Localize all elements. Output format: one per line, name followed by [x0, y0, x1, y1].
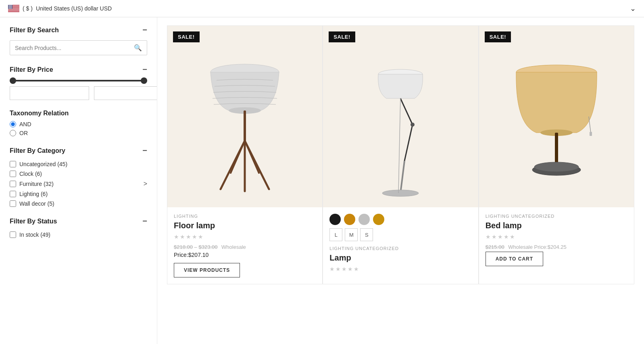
filter-by-search-label: Filter By Search [10, 27, 59, 34]
color-swatch-black[interactable] [329, 214, 341, 225]
size-swatch-l[interactable]: L [329, 228, 342, 241]
category-wall-decor-checkbox[interactable] [10, 200, 16, 207]
collapse-price-icon[interactable]: − [142, 65, 147, 74]
filter-by-category-label: Filter By Category [10, 147, 65, 154]
taxonomy-and-option[interactable]: AND [10, 121, 147, 127]
price-slider-left-thumb[interactable] [10, 77, 16, 84]
svg-point-19 [9, 6, 9, 6]
category-clock-checkbox[interactable] [10, 171, 16, 177]
price-filter-section: Filter By Price − 0 684 [10, 65, 147, 100]
search-input[interactable] [15, 45, 134, 51]
taxonomy-or-option[interactable]: OR [10, 130, 147, 136]
collapse-search-icon[interactable]: − [142, 25, 147, 35]
color-swatch-gold[interactable] [344, 214, 355, 225]
collapse-category-icon[interactable]: − [142, 146, 147, 155]
svg-point-35 [11, 7, 11, 8]
status-in-stock-label: In stock (49) [19, 231, 50, 238]
collapse-status-icon[interactable]: − [142, 217, 147, 226]
price-min-input[interactable]: 0 [10, 86, 89, 100]
category-lighting-checkbox[interactable] [10, 191, 16, 197]
category-lighting[interactable]: Lighting (6) [10, 191, 48, 197]
list-item: Uncategorized (45) [10, 161, 147, 167]
star-icon: ★ [198, 234, 203, 240]
chevron-right-icon[interactable]: > [144, 180, 147, 188]
list-item: Lighting (6) [10, 191, 147, 197]
color-swatch-silver[interactable] [358, 214, 370, 225]
star-icon: ★ [192, 234, 197, 240]
price-slider-right-thumb[interactable] [141, 77, 147, 84]
svg-point-28 [9, 7, 9, 7]
price-max-input[interactable]: 684 [94, 86, 157, 100]
sidebar: Filter By Search − 🔍 Filter By Price − [0, 17, 157, 344]
filter-by-category-header: Filter By Category − [10, 146, 147, 155]
svg-point-24 [9, 6, 10, 6]
price-slider-wrapper [10, 80, 147, 81]
product-card-lamp: SALE! [323, 25, 478, 284]
search-icon[interactable]: 🔍 [134, 44, 142, 52]
color-swatches [329, 214, 471, 225]
star-icon: ★ [354, 266, 359, 272]
category-furniture-checkbox[interactable] [10, 181, 16, 187]
list-item: Wall decor (5) [10, 200, 147, 207]
taxonomy-and-label: AND [19, 121, 31, 127]
taxonomy-radio-group: AND OR [10, 121, 147, 136]
size-swatch-s[interactable]: S [360, 228, 373, 241]
svg-point-30 [10, 7, 11, 7]
status-list: In stock (49) [10, 231, 147, 238]
taxonomy-or-radio[interactable] [10, 130, 16, 136]
category-clock-label: Clock (6) [19, 171, 42, 177]
category-filter-section: Filter By Category − Uncategorized (45) [10, 146, 147, 207]
svg-point-22 [11, 6, 12, 6]
size-swatch-m[interactable]: M [345, 228, 358, 241]
category-clock[interactable]: Clock (6) [10, 171, 42, 177]
svg-rect-9 [8, 10, 19, 10]
svg-point-16 [10, 5, 10, 5]
svg-line-53 [400, 161, 404, 193]
sale-badge: SALE! [173, 31, 200, 42]
chevron-down-icon[interactable]: ⌄ [630, 4, 636, 13]
status-in-stock-checkbox[interactable] [10, 231, 16, 238]
product-image-wrapper: SALE! [479, 26, 634, 207]
list-item: Clock (6) [10, 171, 147, 177]
taxonomy-and-radio[interactable] [10, 121, 16, 127]
category-furniture[interactable]: Furniture (32) [10, 181, 54, 187]
star-icon: ★ [329, 266, 335, 272]
svg-line-47 [231, 141, 245, 173]
svg-point-21 [10, 6, 11, 6]
currency-bar: ( $ ) United States (US) dollar USD ⌄ [0, 0, 644, 17]
star-icon: ★ [174, 234, 179, 240]
svg-point-36 [12, 7, 12, 8]
svg-rect-7 [8, 9, 19, 9]
svg-point-38 [10, 8, 10, 8]
category-uncategorized[interactable]: Uncategorized (45) [10, 161, 67, 167]
product-info: LIGHTING UNCATEGORIZED Bed lamp ★ ★ ★ ★ … [479, 207, 634, 273]
star-icon: ★ [180, 234, 185, 240]
svg-point-62 [534, 162, 579, 172]
filter-by-price-header: Filter By Price − [10, 65, 147, 74]
page-wrapper: ( $ ) United States (US) dollar USD ⌄ Fi… [0, 0, 644, 344]
star-icon: ★ [342, 266, 347, 272]
add-to-cart-button[interactable]: ADD TO CART [486, 252, 543, 266]
currency-country: United States (US) dollar USD [36, 5, 112, 12]
star-icon: ★ [348, 266, 353, 272]
svg-rect-10 [8, 10, 19, 11]
sale-badge: SALE! [485, 31, 511, 42]
category-furniture-label: Furniture (32) [19, 181, 54, 187]
category-lighting-label: Lighting (6) [19, 191, 48, 197]
view-products-button[interactable]: VIEW PRODUCTS [174, 263, 240, 277]
category-wall-decor[interactable]: Wall decor (5) [10, 200, 54, 207]
product-name: Bed lamp [486, 221, 627, 230]
color-swatch-amber[interactable] [373, 214, 384, 225]
product-image-wrapper: SALE! [323, 26, 478, 207]
status-in-stock[interactable]: In stock (49) [10, 231, 147, 238]
category-uncategorized-checkbox[interactable] [10, 161, 16, 167]
price-inputs: 0 684 [10, 86, 147, 100]
svg-point-52 [411, 123, 415, 127]
svg-point-26 [11, 6, 11, 6]
status-filter-section: Filter By Status − In stock (49) [10, 217, 147, 238]
floor-lamp-image [200, 40, 289, 193]
taxonomy-or-label: OR [19, 130, 28, 136]
product-categories: LIGHTING UNCATEGORIZED [329, 246, 471, 251]
products-area: SALE! [157, 17, 644, 344]
svg-point-40 [11, 8, 12, 8]
